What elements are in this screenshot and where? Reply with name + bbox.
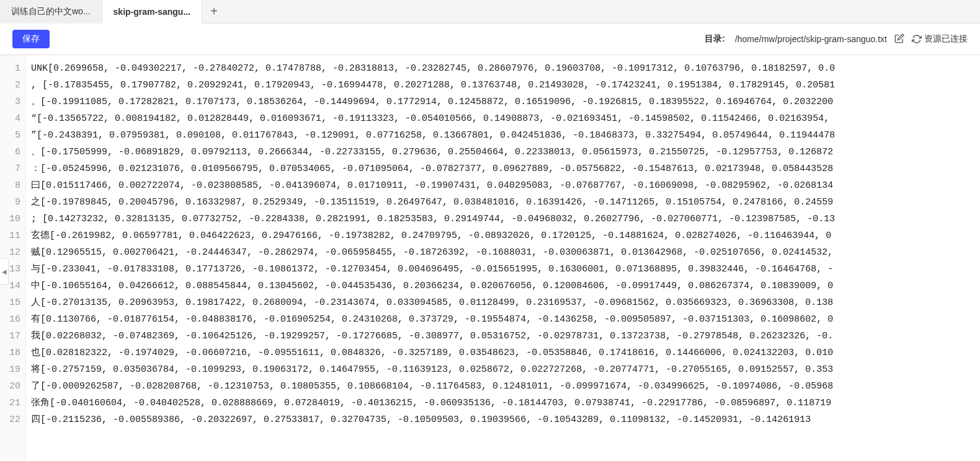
line-number: 17	[7, 328, 20, 345]
add-tab-button[interactable]: +	[202, 0, 226, 24]
content-line: , [-0.17835455, 0.17907782, 0.20929241, …	[31, 77, 980, 94]
line-number: 2	[7, 77, 20, 94]
line-number: 16	[7, 311, 20, 328]
edit-path-icon[interactable]	[894, 33, 904, 45]
line-number: 18	[7, 345, 20, 361]
content-line: 贼[0.12965515, 0.002706421, -0.24446347, …	[31, 244, 980, 261]
line-number: 8	[7, 177, 20, 194]
content-line: ：[-0.05245996, 0.021231076, 0.0109566795…	[31, 160, 980, 177]
line-number: 13	[7, 261, 20, 278]
line-number: 1	[7, 60, 20, 77]
content-line: 有[0.1130766, -0.018776154, -0.048838176,…	[31, 311, 980, 328]
content-line: UNK[0.2699658, -0.049302217, -0.27840272…	[31, 60, 980, 77]
line-number: 12	[7, 244, 20, 261]
content-line: 玄德[-0.2619982, 0.06597781, 0.046422623, …	[31, 227, 980, 244]
toolbar: 保存 目录: /home/mw/project/skip-gram-sanguo…	[0, 24, 980, 55]
line-number: 14	[7, 278, 20, 294]
content-line: 将[-0.2757159, 0.035036784, -0.1099293, 0…	[31, 361, 980, 378]
line-number: 6	[7, 144, 20, 160]
content-line: 了[-0.0009262587, -0.028208768, -0.123107…	[31, 378, 980, 395]
path-label: 目录:	[705, 33, 725, 45]
line-number: 21	[7, 395, 20, 411]
tab-inactive[interactable]: 训练自己的中文wo...	[0, 0, 102, 24]
line-number: 19	[7, 361, 20, 378]
editor[interactable]: 12345678910111213141516171819202122 UNK[…	[0, 55, 980, 460]
connection-status: 资源已连接	[912, 33, 968, 45]
refresh-icon	[912, 34, 922, 44]
content-line: 。[-0.19911085, 0.17282821, 0.1707173, 0.…	[31, 94, 980, 110]
line-number: 5	[7, 127, 20, 144]
save-button[interactable]: 保存	[12, 30, 50, 48]
line-number: 15	[7, 294, 20, 311]
content-line: 人[-0.27013135, 0.20963953, 0.19817422, 0…	[31, 294, 980, 311]
status-label: 资源已连接	[924, 33, 968, 45]
line-number: 20	[7, 378, 20, 395]
tabs-bar: 训练自己的中文wo... skip-gram-sangu... +	[0, 0, 980, 24]
content-line: 曰[0.015117466, 0.002722074, -0.023808585…	[31, 177, 980, 194]
content-line: ”[-0.2438391, 0.07959381, 0.090108, 0.01…	[31, 127, 980, 144]
content-line: 我[0.02268032, -0.07482369, -0.106425126,…	[31, 328, 980, 345]
path-value: /home/mw/project/skip-gram-sanguo.txt	[735, 34, 887, 44]
collapse-handle[interactable]: ◀	[0, 258, 9, 285]
content-line: 四[-0.2115236, -0.005589386, -0.20322697,…	[31, 411, 980, 428]
content-line: ; [0.14273232, 0.32813135, 0.07732752, -…	[31, 211, 980, 227]
content-line: “[-0.13565722, 0.008194182, 0.012828449,…	[31, 110, 980, 127]
content-line: 、[-0.17505999, -0.06891829, 0.09792113, …	[31, 144, 980, 160]
content-line: 之[-0.19789845, 0.20045796, 0.16332987, 0…	[31, 194, 980, 211]
tab-active[interactable]: skip-gram-sangu...	[102, 0, 202, 24]
line-number: 7	[7, 160, 20, 177]
content-line: 张角[-0.040160604, -0.040402528, 0.0288886…	[31, 395, 980, 411]
line-number: 9	[7, 194, 20, 211]
content-line: 与[-0.233041, -0.017833108, 0.17713726, -…	[31, 261, 980, 278]
line-number: 11	[7, 227, 20, 244]
content-line: 也[0.028182322, -0.1974029, -0.06607216, …	[31, 345, 980, 361]
line-number: 22	[7, 411, 20, 428]
content-line: 中[-0.10655164, 0.04266612, 0.088545844, …	[31, 278, 980, 294]
line-number: 4	[7, 110, 20, 127]
line-number: 10	[7, 211, 20, 227]
line-number: 3	[7, 94, 20, 110]
editor-content[interactable]: UNK[0.2699658, -0.049302217, -0.27840272…	[26, 55, 980, 460]
